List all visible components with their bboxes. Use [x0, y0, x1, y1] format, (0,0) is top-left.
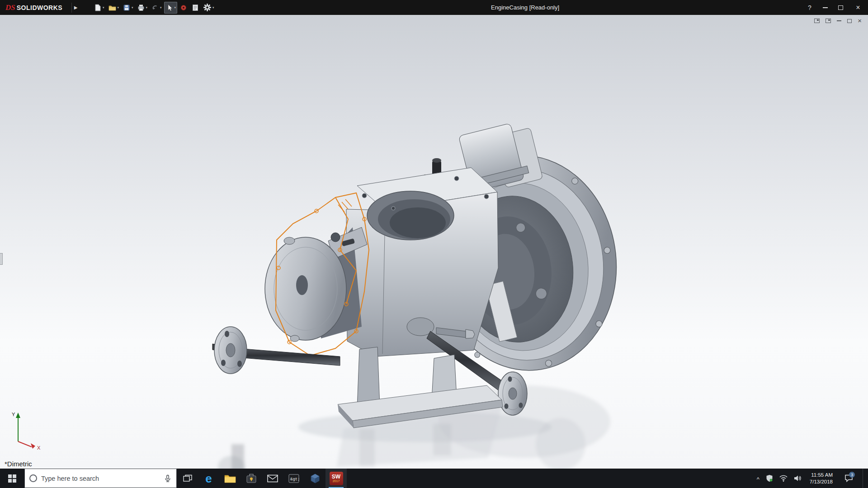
open-folder-icon: [108, 4, 117, 12]
pane-icon: [826, 19, 831, 23]
new-document-icon: [94, 4, 102, 12]
dropdown-caret-icon[interactable]: ▾: [132, 6, 133, 9]
orientation-triad: Y X: [8, 410, 44, 450]
pane-right-button[interactable]: [826, 19, 831, 23]
sw-year-label: 2017: [333, 479, 340, 483]
task-view-button[interactable]: [177, 469, 198, 488]
taskbar-app-edge[interactable]: e: [198, 469, 219, 488]
help-button[interactable]: ?: [802, 0, 817, 15]
doc-restore-icon: [847, 19, 852, 23]
save-button[interactable]: ▾: [121, 2, 135, 14]
cortana-icon: [29, 474, 37, 482]
dropdown-caret-icon[interactable]: ▾: [118, 6, 119, 9]
brand-name: SOLIDWORKS: [17, 4, 62, 11]
ds-logo-icon: DS: [5, 3, 15, 12]
rebuild-button[interactable]: [178, 2, 189, 14]
defender-shield-icon[interactable]: [766, 474, 773, 482]
undo-button[interactable]: ▾: [150, 2, 163, 14]
file-properties-button[interactable]: [190, 2, 201, 14]
triad-y-label: Y: [12, 412, 15, 417]
open-button[interactable]: ▾: [107, 2, 121, 14]
microphone-icon[interactable]: [164, 474, 172, 483]
network-wifi-icon[interactable]: [779, 475, 788, 482]
briefcase-lock-icon: [246, 474, 257, 483]
titlebar: DS SOLIDWORKS ▶ ▾ ▾ ▾: [0, 0, 868, 15]
taskbar-search[interactable]: [24, 469, 177, 488]
doc-close-button[interactable]: ×: [858, 19, 862, 23]
system-tray: ^ 11:55 AM 7/13/2018: [757, 469, 868, 488]
document-window-controls: ×: [814, 19, 862, 23]
dropdown-caret-icon[interactable]: ▾: [160, 6, 162, 9]
crankcase-block: [346, 168, 498, 357]
mail-envelope-icon: [267, 474, 278, 483]
triad-x-label: X: [37, 445, 41, 450]
doc-minimize-button[interactable]: [837, 20, 841, 21]
solidworks-logo: DS SOLIDWORKS: [0, 3, 71, 12]
save-icon: [123, 4, 131, 12]
new-document-button[interactable]: ▾: [92, 2, 106, 14]
taskbar-app-command-prompt[interactable]: &gt;_: [283, 469, 304, 488]
document-title: EngineCasing [Read-only]: [491, 4, 559, 11]
doc-minimize-icon: [837, 20, 841, 21]
graphics-viewport[interactable]: ×: [0, 15, 868, 469]
volume-icon[interactable]: [794, 475, 802, 482]
window-controls: ? ×: [802, 0, 868, 15]
dropdown-caret-icon[interactable]: ▾: [175, 6, 176, 9]
taskbar-app-keeper[interactable]: [241, 469, 262, 488]
dropdown-caret-icon[interactable]: ▾: [103, 6, 104, 9]
taskbar-app-mail[interactable]: [262, 469, 283, 488]
toolbar-expand-arrow-icon[interactable]: ▶: [71, 3, 80, 13]
clock-date: 7/13/2018: [810, 479, 833, 485]
taskbar-app-edrawings[interactable]: [304, 469, 326, 488]
minimize-button[interactable]: [817, 0, 833, 15]
dropdown-caret-icon[interactable]: ▾: [146, 6, 148, 9]
taskbar-app-file-explorer[interactable]: [219, 469, 241, 488]
show-desktop-button[interactable]: [863, 469, 865, 488]
windows-taskbar: e &gt;_: [0, 469, 868, 488]
select-arrow-icon: [165, 4, 174, 12]
command-prompt-icon: &gt;_: [288, 474, 299, 483]
taskbar-clock[interactable]: 11:55 AM 7/13/2018: [808, 472, 835, 485]
start-button[interactable]: [0, 469, 24, 488]
select-button[interactable]: ▾: [164, 2, 178, 14]
sw-label: SW: [332, 474, 340, 479]
action-center-button[interactable]: 3: [841, 469, 856, 488]
options-gear-icon: [203, 3, 212, 12]
view-orientation-label: *Dimetric: [5, 460, 32, 468]
notification-badge: 3: [849, 472, 855, 478]
pane-icon: [814, 19, 820, 23]
print-icon: [137, 4, 145, 12]
clock-time: 11:55 AM: [810, 472, 833, 479]
quick-access-toolbar: ▾ ▾ ▾ ▾: [92, 2, 216, 14]
rebuild-stoplight-icon: [179, 4, 188, 12]
hidden-icons-chevron[interactable]: ^: [757, 476, 760, 483]
pane-left-button[interactable]: [814, 19, 820, 23]
minimize-icon: [823, 7, 828, 8]
command-prompt-glyph: &gt;_: [290, 477, 299, 482]
file-explorer-icon: [224, 474, 236, 483]
close-button[interactable]: ×: [848, 0, 868, 15]
windows-logo-icon: [8, 474, 16, 483]
print-button[interactable]: ▾: [136, 2, 149, 14]
solidworks-2017-icon: SW 2017: [330, 472, 343, 485]
doc-restore-button[interactable]: [847, 19, 852, 23]
task-view-icon: [183, 474, 192, 483]
taskbar-app-solidworks[interactable]: SW 2017: [326, 469, 347, 488]
search-input[interactable]: [41, 475, 160, 482]
file-properties-icon: [191, 4, 199, 12]
dropdown-caret-icon[interactable]: ▾: [212, 6, 214, 9]
cad-cube-icon: [310, 473, 321, 484]
edge-icon: e: [205, 473, 212, 484]
maximize-icon: [838, 5, 843, 10]
maximize-button[interactable]: [833, 0, 848, 15]
engine-casing-model: [0, 15, 868, 469]
options-button[interactable]: ▾: [202, 2, 216, 14]
undo-icon: [151, 4, 159, 12]
